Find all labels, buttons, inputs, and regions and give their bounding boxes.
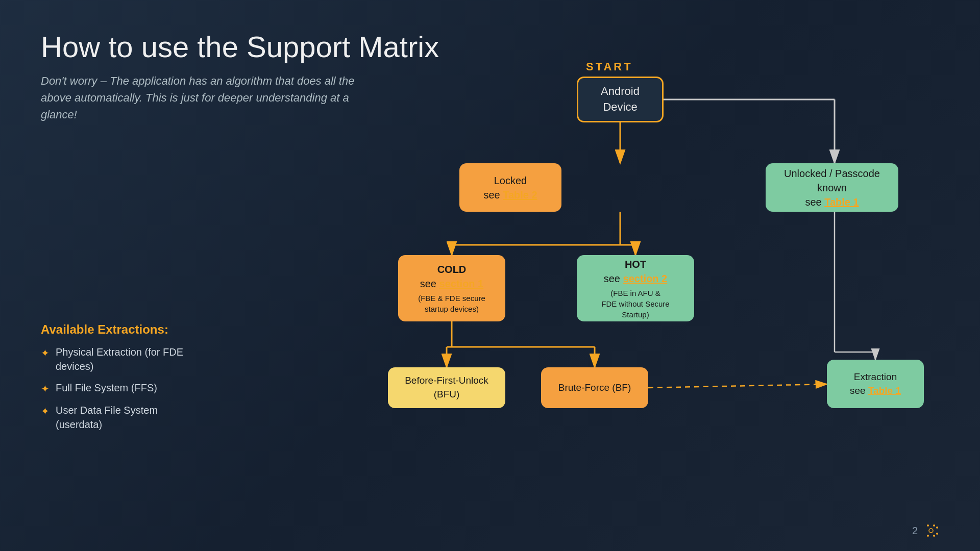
locked-table-ref: see Table 2 [483,188,537,202]
android-device-node: AndroidDevice [577,77,664,122]
svg-point-25 [927,524,929,527]
svg-point-24 [933,535,935,537]
extraction-table-ref: see Table 1 [850,384,901,398]
svg-point-26 [927,535,929,537]
extraction-item-2: ✦ Full File System (FFS) [41,381,194,396]
bullet-icon-1: ✦ [41,346,50,360]
bfu-label: Before-First-Unlock (BFU) [400,374,493,401]
cold-node: COLD see section 1 (FBE & FDE secure sta… [398,255,505,321]
hot-subtext: (FBE in AFU &FDE without Secure Startup) [589,288,682,320]
extractions-section: Available Extractions: ✦ Physical Extrac… [41,322,194,439]
locked-node: Locked see Table 2 [459,163,561,212]
cold-section-ref: see section 1 [420,277,484,291]
hot-title: HOT [625,257,646,271]
hot-section-ref: see section 2 [604,271,668,286]
extraction-item-1: ✦ Physical Extraction (for FDE devices) [41,345,194,373]
dots-decoration-icon [923,522,939,539]
svg-point-20 [929,529,933,533]
bullet-icon-3: ✦ [41,404,50,418]
android-label: AndroidDevice [601,84,640,115]
subtitle-text: Don't worry – The application has an alg… [41,72,357,123]
bullet-icon-2: ✦ [41,382,50,396]
unlocked-table-link[interactable]: Table 1 [824,196,859,208]
start-label: START [586,60,633,73]
bf-node: Brute-Force (BF) [541,367,648,408]
svg-point-21 [936,527,938,529]
hot-section-link[interactable]: section 2 [623,273,668,284]
svg-point-23 [933,524,935,527]
extraction-table-link[interactable]: Table 1 [868,385,901,396]
cold-section-link[interactable]: section 1 [439,278,484,289]
unlocked-label: Unlocked / Passcode known [778,166,886,195]
extraction-item-3: ✦ User Data File System (userdata) [41,403,194,432]
svg-point-22 [936,533,938,535]
unlocked-table-ref: see Table 1 [805,195,859,209]
cold-title: COLD [437,262,467,277]
unlocked-node: Unlocked / Passcode known see Table 1 [766,163,898,212]
cold-subtext: (FBE & FDE secure startup devices) [410,293,493,314]
extraction-node: Extraction see Table 1 [827,360,924,408]
slide: How to use the Support Matrix Don't worr… [0,0,980,551]
page-number: 2 [912,522,939,539]
locked-table-link[interactable]: Table 2 [503,189,537,201]
hot-node: HOT see section 2 (FBE in AFU &FDE witho… [577,255,694,321]
locked-label: Locked [494,173,527,188]
svg-line-14 [648,384,827,388]
bfu-node: Before-First-Unlock (BFU) [388,367,505,408]
bf-label: Brute-Force (BF) [558,381,631,395]
extractions-title: Available Extractions: [41,322,194,337]
flowchart: START [357,31,949,520]
extraction-label: Extraction [854,370,897,384]
